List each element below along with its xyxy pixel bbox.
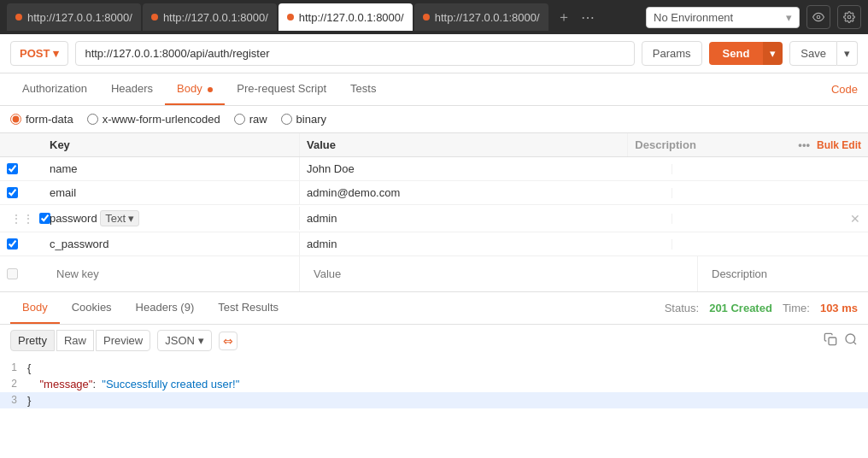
raw-option[interactable]: raw [234, 113, 267, 126]
format-pretty-button[interactable]: Pretty [10, 330, 55, 351]
header-desc-col: Description [627, 133, 798, 156]
drag-handle-icon[interactable]: ⋮⋮ [7, 212, 38, 226]
new-row-checkbox[interactable] [7, 268, 18, 279]
binary-radio[interactable] [281, 114, 292, 125]
request-bar: POST ▾ Params Send ▾ Save ▾ [0, 34, 868, 73]
urlencoded-radio[interactable] [87, 114, 98, 125]
tab-body[interactable]: Body [165, 73, 225, 105]
send-label: Send [723, 47, 750, 60]
status-value: 201 Created [709, 302, 772, 314]
format-preview-button[interactable]: Preview [96, 330, 150, 351]
new-value-cell [299, 256, 697, 291]
params-label: Params [653, 47, 691, 60]
response-area: Body Cookies Headers (9) Test Results St… [0, 291, 868, 433]
tab-dot-2 [151, 14, 158, 21]
wrap-icon-button[interactable]: ⇔ [219, 332, 238, 350]
urlencoded-label: x-www-form-urlencoded [103, 113, 220, 126]
response-tab-cookies[interactable]: Cookies [60, 292, 124, 324]
tab-tests[interactable]: Tests [338, 73, 388, 105]
env-dropdown[interactable]: No Environment ▾ [646, 7, 800, 28]
row-3-check-cell: ⋮⋮ [0, 207, 43, 231]
row-2-checkbox[interactable] [7, 187, 18, 198]
header-check-col [0, 140, 43, 150]
line-num-1: 1 [0, 361, 27, 373]
method-button[interactable]: POST ▾ [10, 41, 68, 66]
row-1-check-cell [0, 158, 43, 179]
new-value-input[interactable] [307, 261, 690, 286]
form-data-radio[interactable] [10, 114, 21, 125]
tab-1[interactable]: http://127.0.0.1:8000/ [7, 3, 141, 31]
send-dropdown-button[interactable]: ▾ [763, 42, 783, 65]
time-value: 103 ms [820, 302, 858, 314]
code-content-1: { [27, 361, 31, 374]
code-link[interactable]: Code [831, 83, 858, 96]
tab-headers[interactable]: Headers [99, 73, 165, 105]
urlencoded-option[interactable]: x-www-form-urlencoded [87, 113, 220, 126]
copy-icon[interactable] [824, 332, 837, 349]
response-tab-test-results[interactable]: Test Results [206, 292, 290, 324]
response-action-icons [824, 332, 858, 349]
status-info: Status: 201 Created Time: 103 ms [665, 302, 858, 314]
tab-label-4: http://127.0.0.1:8000/ [435, 11, 540, 24]
response-toolbar: Pretty Raw Preview JSON ▾ ⇔ [0, 325, 868, 356]
raw-radio[interactable] [234, 114, 245, 125]
new-desc-input[interactable] [705, 261, 861, 286]
response-tab-body-label: Body [22, 301, 48, 314]
tab-body-label: Body [177, 82, 202, 95]
status-label: Status: [665, 302, 699, 314]
type-select[interactable]: JSON ▾ [157, 330, 212, 351]
new-key-input[interactable] [50, 261, 292, 286]
row-2-desc [672, 188, 842, 198]
more-options-icon[interactable]: ••• [798, 138, 810, 151]
add-tab-button[interactable]: ＋ [554, 7, 574, 28]
binary-option[interactable]: binary [281, 113, 326, 126]
row-1-desc [672, 164, 842, 174]
response-tab-headers[interactable]: Headers (9) [124, 292, 207, 324]
row-4-desc [672, 239, 842, 250]
tab-label-2: http://127.0.0.1:8000/ [163, 11, 268, 24]
table-row: c_password admin [0, 232, 868, 256]
table-row: ⋮⋮ password Text ▾ admin ✕ [0, 205, 868, 232]
url-input[interactable] [75, 41, 634, 66]
params-button[interactable]: Params [642, 41, 702, 66]
format-raw-label: Raw [64, 334, 86, 347]
tab-4[interactable]: http://127.0.0.1:8000/ [414, 3, 548, 31]
row-4-checkbox[interactable] [7, 238, 18, 250]
type-tag[interactable]: Text ▾ [100, 210, 139, 226]
response-tab-body[interactable]: Body [10, 292, 60, 324]
row-1-checkbox[interactable] [7, 163, 18, 174]
new-key-cell [43, 256, 299, 291]
code-line-1: 1 { [0, 360, 868, 376]
tab-prerequest[interactable]: Pre-request Script [225, 73, 338, 105]
row-3-value: admin [299, 207, 672, 230]
chevron-down-icon: ▾ [786, 11, 792, 24]
row-3-delete[interactable]: ✕ [842, 212, 868, 226]
save-button[interactable]: Save [789, 41, 837, 66]
bulk-edit-button[interactable]: Bulk Edit [817, 139, 861, 151]
response-tabs: Body Cookies Headers (9) Test Results St… [0, 292, 868, 325]
send-button[interactable]: Send [709, 42, 764, 65]
method-chevron-icon: ▾ [53, 47, 59, 60]
table-row: email admin@demo.com [0, 181, 868, 205]
code-line-3: 3 } [0, 392, 868, 408]
row-4-key: c_password [43, 232, 299, 255]
tab-2[interactable]: http://127.0.0.1:8000/ [143, 3, 277, 31]
form-data-label: form-data [26, 113, 73, 126]
tab-3[interactable]: http://127.0.0.1:8000/ [279, 3, 413, 31]
more-tabs-button[interactable]: ⋯ [578, 8, 598, 27]
binary-label: binary [296, 113, 326, 126]
svg-point-0 [817, 15, 820, 19]
tab-authorization[interactable]: Authorization [10, 73, 99, 105]
settings-icon-btn[interactable] [837, 5, 861, 29]
form-data-option[interactable]: form-data [10, 113, 73, 126]
row-2-value: admin@demo.com [299, 181, 672, 204]
code-content-2: "message": "Successfully created user!" [27, 378, 239, 390]
body-badge [208, 87, 213, 92]
eye-icon-btn[interactable] [806, 5, 830, 29]
body-options: form-data x-www-form-urlencoded raw bina… [0, 106, 868, 133]
raw-label: raw [249, 113, 267, 126]
save-dropdown-button[interactable]: ▾ [837, 41, 858, 66]
search-icon[interactable] [844, 332, 858, 349]
format-raw-button[interactable]: Raw [56, 330, 94, 351]
line-num-3: 3 [0, 394, 27, 406]
